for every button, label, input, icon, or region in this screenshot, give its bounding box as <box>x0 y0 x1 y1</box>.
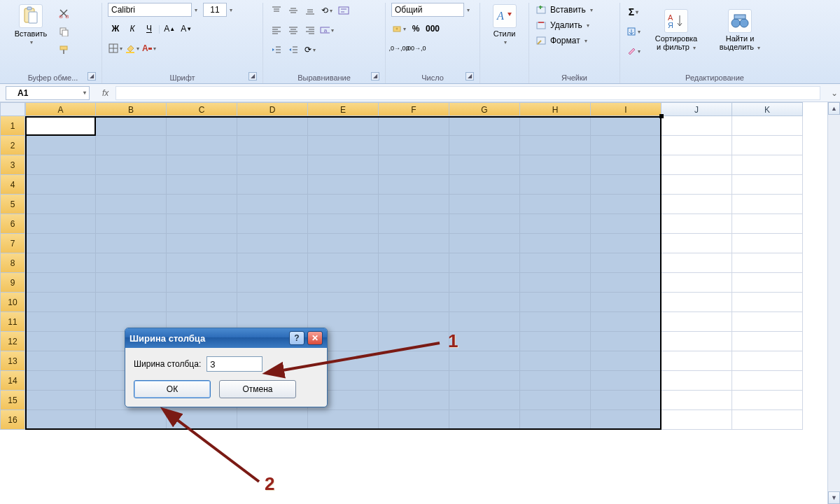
percent-button[interactable]: % <box>408 21 424 36</box>
row-header[interactable]: 15 <box>0 391 25 410</box>
cell[interactable] <box>662 312 732 332</box>
cell[interactable] <box>662 136 732 155</box>
column-header[interactable]: F <box>379 102 449 116</box>
cell[interactable] <box>308 214 379 234</box>
cell[interactable] <box>449 116 520 136</box>
column-header[interactable]: I <box>591 102 662 116</box>
cell[interactable] <box>662 195 732 214</box>
cell[interactable] <box>520 351 591 371</box>
cell[interactable] <box>167 136 237 155</box>
row-header[interactable]: 7 <box>0 234 25 253</box>
row-header[interactable]: 4 <box>0 175 25 195</box>
row-header[interactable]: 12 <box>0 332 25 351</box>
format-painter-button[interactable] <box>56 42 71 57</box>
cell[interactable] <box>732 155 803 175</box>
row-headers[interactable]: 12345678910111213141516 <box>0 116 25 430</box>
cell[interactable] <box>591 214 662 234</box>
cell[interactable] <box>591 351 662 371</box>
font-color-button[interactable]: A▾ <box>141 41 157 56</box>
cell[interactable] <box>308 253 379 273</box>
cell[interactable] <box>25 371 96 391</box>
cell[interactable] <box>520 293 591 312</box>
number-format-select[interactable] <box>391 3 464 17</box>
worksheet-grid[interactable]: ABCDEFGHIJK 12345678910111213141516 <box>0 102 827 504</box>
cell[interactable] <box>25 234 96 253</box>
cell[interactable] <box>520 136 591 155</box>
cell[interactable] <box>379 410 449 430</box>
cell[interactable] <box>379 273 449 293</box>
borders-button[interactable]: ▾ <box>108 41 123 56</box>
cell[interactable] <box>449 214 520 234</box>
align-left-button[interactable] <box>269 22 284 38</box>
cell[interactable] <box>591 234 662 253</box>
row-header[interactable]: 11 <box>0 312 25 332</box>
close-button[interactable]: ✕ <box>307 331 323 345</box>
fx-icon[interactable]: fx <box>95 88 115 98</box>
cell[interactable] <box>308 116 379 136</box>
cell[interactable] <box>520 253 591 273</box>
row-header[interactable]: 16 <box>0 410 25 430</box>
cell[interactable] <box>167 214 237 234</box>
cell[interactable] <box>449 332 520 351</box>
chevron-down-icon[interactable]: ▾ <box>83 90 86 96</box>
cell[interactable] <box>520 371 591 391</box>
paste-button[interactable]: Вставить ▾ <box>10 3 52 47</box>
cell[interactable] <box>662 175 732 195</box>
comma-button[interactable]: 000 <box>425 21 440 36</box>
cell[interactable] <box>732 214 803 234</box>
cell[interactable] <box>662 234 732 253</box>
row-header[interactable]: 3 <box>0 155 25 175</box>
cell[interactable] <box>591 332 662 351</box>
autosum-button[interactable]: Σ▾ <box>626 4 641 20</box>
cell[interactable] <box>379 175 449 195</box>
cell[interactable] <box>520 234 591 253</box>
cell[interactable] <box>662 273 732 293</box>
cell[interactable] <box>167 253 237 273</box>
cell[interactable] <box>167 155 237 175</box>
cell[interactable] <box>449 371 520 391</box>
bold-button[interactable]: Ж <box>108 21 123 36</box>
dialog-launcher-icon[interactable]: ◢ <box>465 72 474 80</box>
cell[interactable] <box>520 410 591 430</box>
cell[interactable] <box>308 155 379 175</box>
cell[interactable] <box>662 351 732 371</box>
cell[interactable] <box>449 293 520 312</box>
cell[interactable] <box>520 312 591 332</box>
column-header[interactable]: G <box>449 102 520 116</box>
cell[interactable] <box>449 253 520 273</box>
chevron-down-icon[interactable]: ▾ <box>195 7 197 13</box>
row-header[interactable]: 8 <box>0 253 25 273</box>
cell[interactable] <box>591 155 662 175</box>
row-header[interactable]: 10 <box>0 293 25 312</box>
align-middle-button[interactable] <box>286 3 301 18</box>
dialog-launcher-icon[interactable]: ◢ <box>88 72 96 80</box>
cell[interactable] <box>237 253 308 273</box>
cell[interactable] <box>520 155 591 175</box>
orientation-alt-button[interactable]: ⟳▾ <box>302 42 318 57</box>
help-button[interactable]: ? <box>289 331 304 345</box>
cell[interactable] <box>732 410 803 430</box>
column-header[interactable]: C <box>167 102 237 116</box>
sort-filter-button[interactable]: АЯ Сортировкаи фильтр ▾ <box>645 8 707 54</box>
cell[interactable] <box>591 273 662 293</box>
fill-button[interactable]: ▾ <box>626 24 641 39</box>
chevron-down-icon[interactable]: ▾ <box>230 7 232 13</box>
cell[interactable] <box>379 351 449 371</box>
cell[interactable] <box>167 195 237 214</box>
cell[interactable] <box>379 371 449 391</box>
column-header[interactable]: K <box>732 102 803 116</box>
cell[interactable] <box>379 116 449 136</box>
cell[interactable] <box>237 195 308 214</box>
decrease-font-button[interactable]: A▼ <box>178 21 194 36</box>
column-header[interactable]: A <box>25 102 96 116</box>
cell[interactable] <box>237 175 308 195</box>
ok-button[interactable]: ОК <box>134 380 211 398</box>
row-header[interactable]: 13 <box>0 351 25 371</box>
currency-button[interactable]: ▾ <box>391 21 407 36</box>
cell[interactable] <box>167 175 237 195</box>
cell[interactable] <box>591 175 662 195</box>
cell[interactable] <box>591 312 662 332</box>
cell[interactable] <box>520 195 591 214</box>
cancel-button[interactable]: Отмена <box>219 380 296 398</box>
align-center-button[interactable] <box>286 22 301 38</box>
